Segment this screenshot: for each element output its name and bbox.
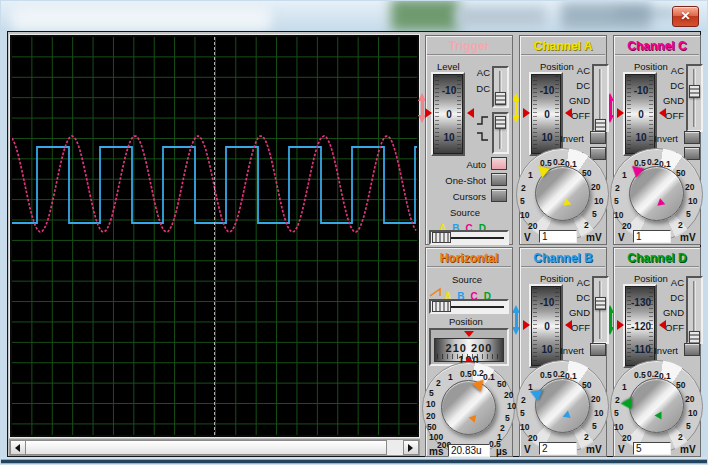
auto-label: Auto [466,159,486,170]
channel-panel-a: Channel A Position -10 0 10 ACDCGNDOFF I… [519,35,607,245]
volts-knob-area: 0.50.20.1125102050201052 V mV [520,366,608,458]
volts-knob-area: 0.50.20.1125102050201052 V mV [614,366,702,458]
cursors-label: Cursors [453,191,486,202]
knob-scale-label: 5 [614,408,619,418]
position-tick: -10 [532,85,562,96]
position-tick: -10 [626,85,656,96]
invert-label: Invert [560,345,584,356]
knob-scale-label: 50 [497,379,506,389]
scroll-left-button[interactable] [10,440,26,455]
horizontal-source-slider[interactable] [429,299,509,314]
invert-button[interactable] [590,343,606,356]
timebase-value-input[interactable] [448,444,490,457]
position-flank-arrow-icon [523,108,530,118]
coupling-labels: ACDCGNDOFF [568,36,590,136]
drum-pointer-icon [464,331,474,337]
position-tick: 10 [532,132,562,143]
coupling-slider[interactable] [686,64,703,132]
scroll-right-button[interactable] [403,440,419,455]
coupling-labels: ACDCGNDOFF [662,36,684,136]
scroll-left-icon [15,444,20,452]
volts-knob[interactable] [629,378,684,433]
time-cursor-line[interactable] [214,37,215,435]
us-unit-label: µs [496,446,507,457]
knob-scale-label: 10 [688,408,697,418]
trigger-edge-slider[interactable] [492,112,509,154]
mv-unit-label: mV [680,232,696,243]
knob-scale-label: 5 [505,413,510,423]
horizontal-scrollbar[interactable] [9,439,420,456]
channel-position-slider[interactable]: -10 0 10 [529,72,563,156]
channel-panel-c: Channel C Position -10 0 10 ACDCGNDOFF I… [613,35,701,245]
titlebar-blur-decor [616,11,676,15]
knob-scale-label: 10 [520,422,529,432]
coupling-option-label: DC [670,80,684,91]
knob-scale-label: 2 [678,220,683,230]
channel-position-slider[interactable]: -10 0 10 [623,72,657,156]
timebase-knob-area: 0.10.20.51251020501002005020105210.5 ms … [426,368,514,460]
channel-panel-title: Channel A [521,37,605,56]
trigger-coupling-slider[interactable] [492,66,509,108]
coupling-option-label: AC [577,277,590,288]
position-tick: -110 [626,344,656,355]
coupling-option-label: AC [671,277,684,288]
timebase-knob[interactable] [441,380,496,435]
coupling-option-label: GND [569,95,590,106]
window-titlebar[interactable]: ✕ [1,1,707,31]
coupling-option-label: DC [576,292,590,303]
knob-scale-label: 10 [520,210,529,220]
channel-panel-b: Channel B Position -10 0 10 ACDCGNDOFF I… [519,247,607,457]
knob-scale-label: 20 [685,182,694,192]
channel-panel-title: Channel B [521,249,605,268]
coupling-handle[interactable] [595,297,606,310]
position-tick: 10 [626,132,656,143]
close-icon[interactable]: ✕ [672,6,699,27]
volts-value-input[interactable] [633,442,671,455]
coupling-slider[interactable] [592,276,609,344]
scrollbar-track[interactable] [387,440,403,455]
volts-knob-mark-icon [655,412,662,420]
channel-panel-title: Channel D [615,249,699,268]
horizontal-source-handle[interactable] [432,301,451,312]
one-shot-button[interactable] [491,173,507,186]
volts-value-input[interactable] [539,230,577,243]
channel-position-slider[interactable]: -10 0 10 [529,284,563,368]
knob-scale-label: 2 [436,378,441,388]
invert-label: Invert [560,133,584,144]
horizontal-position-drum[interactable]: 210 200 190 [429,328,509,366]
knob-scale-label: 5 [429,388,434,398]
titlebar-blur-decor [391,1,459,31]
invert-button[interactable] [590,131,606,144]
trigger-level-slider[interactable]: -10 0 10 [431,72,465,156]
auto-button[interactable] [491,157,507,170]
invert-button[interactable] [684,131,700,144]
knob-scale-label: 20 [591,182,600,192]
coupling-slider[interactable] [686,276,703,344]
channel-position-slider[interactable]: -130 -120 -110 [623,284,657,368]
invert-label: Invert [654,345,678,356]
volts-value-input[interactable] [539,442,577,455]
invert-button[interactable] [684,343,700,356]
volts-knob[interactable] [535,378,590,433]
cursors-button[interactable] [491,189,507,202]
knob-scale-label: 1 [622,382,627,392]
position-tick: -130 [626,297,656,308]
scope-screen[interactable] [12,37,417,435]
trigger-coupling-labels: ACDC [472,36,490,116]
scrollbar-thumb[interactable] [26,440,387,455]
knob-scale-label: 20 [622,221,631,231]
v-unit-label: V [524,444,531,455]
falling-edge-icon [476,131,489,142]
coupling-slider[interactable] [592,64,609,132]
coupling-handle[interactable] [689,85,700,98]
coupling-option-label: AC [671,65,684,76]
trigger-source-slider[interactable] [429,230,509,245]
volts-knob-area: 0.50.20.1125102050201052 V mV [520,154,608,246]
trigger-source-handle[interactable] [432,232,451,243]
volts-value-input[interactable] [633,230,671,243]
knob-scale-label: 10 [614,422,623,432]
trigger-edge-handle[interactable] [495,116,506,129]
trigger-coupling-handle[interactable] [495,92,506,105]
knob-scale-label: 20 [685,394,694,404]
coupling-option-label: OFF [571,110,590,121]
